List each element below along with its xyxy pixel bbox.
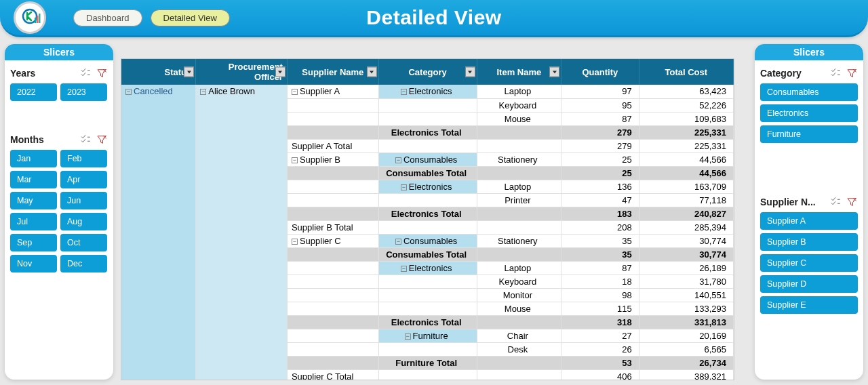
- item-cell: Chair: [477, 329, 561, 342]
- chip-cat-furniture[interactable]: Furniture: [760, 125, 858, 143]
- chip-month-mar[interactable]: Mar: [10, 171, 57, 188]
- collapse-icon[interactable]: −: [200, 89, 206, 95]
- chip-month-may[interactable]: May: [10, 192, 57, 209]
- chip-sup-c[interactable]: Supplier C: [760, 254, 858, 272]
- chip-month-sep[interactable]: Sep: [10, 234, 57, 251]
- cost-cell: 44,566: [639, 153, 733, 166]
- chip-year-2022[interactable]: 2022: [10, 83, 57, 101]
- slicer-months-chips: Jan Feb Mar Apr May Jun Jul Aug Sep Oct …: [10, 150, 108, 272]
- collapse-icon[interactable]: −: [405, 333, 411, 340]
- collapse-icon[interactable]: −: [292, 89, 298, 95]
- hdr-item[interactable]: Item Name: [477, 59, 561, 85]
- filter-dropdown-icon[interactable]: [184, 67, 194, 77]
- svg-rect-2: [37, 16, 39, 23]
- qty-cell: 95: [561, 98, 639, 112]
- hdr-status[interactable]: Status: [121, 59, 196, 85]
- collapse-icon[interactable]: −: [125, 89, 132, 95]
- clear-filter-icon[interactable]: [96, 67, 108, 79]
- item-cell: Mouse: [477, 112, 561, 125]
- qty-cell: 318: [561, 315, 639, 329]
- clear-filter-icon[interactable]: [96, 134, 108, 146]
- chip-month-apr[interactable]: Apr: [60, 171, 107, 188]
- header-bar: Dashboard Detailed View Detailed View: [0, 0, 868, 37]
- multiselect-icon[interactable]: [79, 67, 92, 79]
- collapse-icon[interactable]: −: [395, 239, 401, 245]
- pivot-header-row: Status Procurement Officer Supplier Name…: [121, 59, 734, 85]
- collapse-icon[interactable]: −: [292, 239, 298, 245]
- hdr-officer[interactable]: Procurement Officer: [196, 59, 288, 85]
- qty-cell: 208: [561, 220, 639, 234]
- supplier-cell: −Supplier A: [287, 85, 378, 98]
- chip-sup-e[interactable]: Supplier E: [760, 296, 858, 314]
- supplier-cell: −Supplier C: [287, 234, 378, 247]
- subtotal-label: Electronics Total: [378, 125, 477, 139]
- hdr-category[interactable]: Category: [378, 59, 477, 85]
- category-cell: −Electronics: [378, 180, 477, 193]
- hdr-qty[interactable]: Quantity: [561, 59, 639, 85]
- collapse-icon[interactable]: −: [401, 266, 407, 272]
- collapse-icon[interactable]: −: [401, 184, 407, 190]
- chip-year-2023[interactable]: 2023: [60, 83, 107, 101]
- hdr-cost[interactable]: Total Cost: [639, 59, 733, 85]
- status-cell: −Cancelled: [121, 85, 196, 380]
- chip-month-jan[interactable]: Jan: [10, 150, 57, 167]
- collapse-icon[interactable]: −: [292, 157, 298, 163]
- supplier-cell: [287, 302, 378, 315]
- hdr-supplier[interactable]: Supplier Name: [287, 59, 378, 85]
- chip-month-jul[interactable]: Jul: [10, 213, 57, 230]
- nav-dashboard[interactable]: Dashboard: [73, 9, 142, 26]
- clear-filter-icon[interactable]: [846, 196, 858, 208]
- category-cell: −Consumables: [378, 153, 477, 166]
- filter-dropdown-icon[interactable]: [465, 67, 475, 77]
- chip-sup-b[interactable]: Supplier B: [760, 233, 858, 251]
- chip-month-oct[interactable]: Oct: [60, 234, 107, 251]
- qty-cell: 279: [561, 139, 639, 153]
- chip-month-dec[interactable]: Dec: [60, 255, 107, 272]
- category-cell: −Furniture: [378, 329, 477, 342]
- supplier-cell: [287, 112, 378, 125]
- cost-cell: 133,293: [639, 302, 733, 315]
- slicer-panel-left: Slicers Years 2022 2023 Months Jan Feb M…: [5, 44, 113, 380]
- category-cell: [378, 98, 477, 112]
- multiselect-icon[interactable]: [79, 134, 92, 146]
- supplier-cell: [287, 329, 378, 342]
- cost-cell: 31,780: [639, 275, 733, 288]
- qty-cell: 98: [561, 288, 639, 302]
- slicer-header-years: Years: [10, 67, 108, 79]
- chip-month-feb[interactable]: Feb: [60, 150, 107, 167]
- category-cell: −Electronics: [378, 261, 477, 275]
- item-cell: Monitor: [477, 288, 561, 302]
- pivot-table[interactable]: Status Procurement Officer Supplier Name…: [121, 58, 734, 380]
- qty-cell: 136: [561, 180, 639, 193]
- chip-month-aug[interactable]: Aug: [60, 213, 107, 230]
- qty-cell: 35: [561, 247, 639, 261]
- item-cell: Keyboard: [477, 275, 561, 288]
- chip-cat-consumables[interactable]: Consumables: [760, 83, 858, 101]
- chip-sup-d[interactable]: Supplier D: [760, 275, 858, 293]
- subtotal-label: Furniture Total: [378, 356, 477, 369]
- subtotal-label: Consumables Total: [378, 166, 477, 180]
- cost-cell: 26,734: [639, 356, 733, 369]
- filter-dropdown-icon[interactable]: [549, 67, 559, 77]
- multiselect-icon[interactable]: [829, 67, 842, 79]
- item-cell: Desk: [477, 342, 561, 356]
- slicer-header-supplier: Supplier N...: [760, 196, 858, 208]
- category-cell: [378, 288, 477, 302]
- collapse-icon[interactable]: −: [395, 157, 401, 163]
- collapse-icon[interactable]: −: [401, 89, 407, 95]
- subtotal-label: Consumables Total: [378, 247, 477, 261]
- multiselect-icon[interactable]: [829, 196, 842, 208]
- qty-cell: 115: [561, 302, 639, 315]
- nav-detailed-view[interactable]: Detailed View: [151, 9, 230, 26]
- chip-sup-a[interactable]: Supplier A: [760, 212, 858, 230]
- chip-cat-electronics[interactable]: Electronics: [760, 104, 858, 122]
- slicer-category-chips: Consumables Electronics Furniture: [760, 83, 858, 143]
- svg-rect-3: [39, 14, 41, 23]
- category-cell: [378, 112, 477, 125]
- filter-dropdown-icon[interactable]: [275, 67, 285, 77]
- slicer-panel-title-right: Slicers: [755, 44, 863, 60]
- filter-dropdown-icon[interactable]: [367, 67, 377, 77]
- chip-month-jun[interactable]: Jun: [60, 192, 107, 209]
- chip-month-nov[interactable]: Nov: [10, 255, 57, 272]
- clear-filter-icon[interactable]: [846, 67, 858, 79]
